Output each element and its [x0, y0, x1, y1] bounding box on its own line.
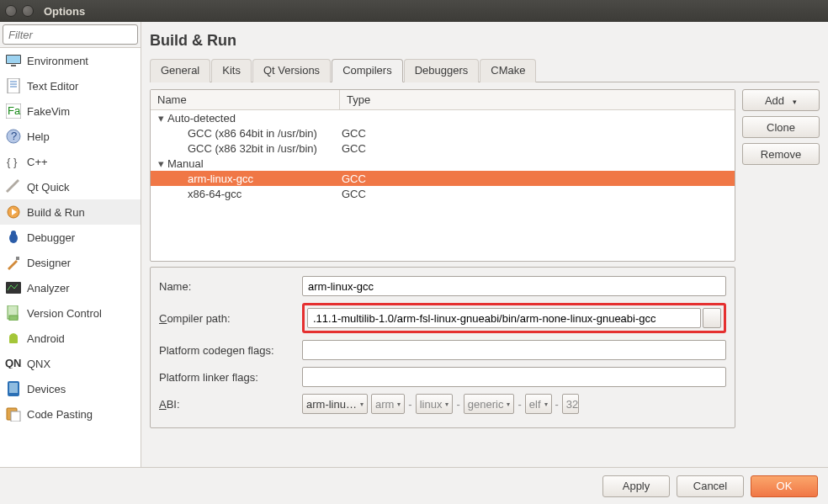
- codegen-flags-input[interactable]: [302, 340, 726, 360]
- tabs: General Kits Qt Versions Compilers Debug…: [150, 58, 820, 82]
- compiler-path-input[interactable]: [307, 308, 701, 328]
- document-icon: [5, 77, 22, 94]
- minimize-button[interactable]: [22, 5, 34, 17]
- tab-qt-versions[interactable]: Qt Versions: [252, 59, 331, 82]
- panel-right: Add Clone Remove: [742, 89, 820, 467]
- tree-header: Name Type: [151, 90, 735, 110]
- sidebar-item-label: Analyzer: [27, 282, 70, 294]
- close-button[interactable]: [5, 5, 17, 17]
- abi-main-select[interactable]: arm-linu…: [302, 394, 368, 414]
- add-button[interactable]: Add: [742, 89, 820, 111]
- dash: -: [518, 398, 521, 411]
- browse-button[interactable]: [703, 308, 721, 328]
- content-area: Environment Text Editor Fa FakeVim ? Hel…: [0, 22, 828, 504]
- body: Environment Text Editor Fa FakeVim ? Hel…: [0, 22, 828, 467]
- dash: -: [555, 398, 559, 411]
- expand-icon[interactable]: ▾: [156, 157, 166, 170]
- paste-icon: [5, 406, 22, 422]
- header-name[interactable]: Name: [151, 90, 340, 109]
- tab-cmake[interactable]: CMake: [480, 59, 536, 82]
- compiler-name: arm-linux-gcc: [166, 172, 337, 185]
- tree-group-manual[interactable]: ▾ Manual: [151, 156, 735, 171]
- tree-group-auto[interactable]: ▾ Auto-detected: [151, 110, 735, 125]
- sidebar-item-code-pasting[interactable]: Code Pasting: [0, 401, 141, 427]
- sidebar-item-analyzer[interactable]: Analyzer: [0, 275, 141, 300]
- window-title: Options: [44, 5, 85, 18]
- cancel-button[interactable]: Cancel: [677, 475, 744, 497]
- compiler-type: GCC: [337, 188, 366, 200]
- remove-button[interactable]: Remove: [742, 143, 820, 165]
- sidebar-item-version-control[interactable]: Version Control: [0, 300, 141, 326]
- bug-icon: [5, 229, 22, 246]
- svg-point-15: [11, 231, 16, 236]
- compiler-name: GCC (x86 64bit in /usr/bin): [166, 127, 337, 140]
- sidebar-item-qtquick[interactable]: Qt Quick: [0, 174, 141, 199]
- sidebar-item-label: Devices: [27, 383, 66, 395]
- abi-flavor-select[interactable]: generic: [464, 394, 515, 414]
- sidebar-item-environment[interactable]: Environment: [0, 48, 141, 73]
- tree-row-selected[interactable]: arm-linux-gcc GCC: [151, 171, 735, 186]
- tab-kits[interactable]: Kits: [211, 59, 252, 82]
- dash: -: [408, 398, 411, 411]
- name-input[interactable]: [302, 276, 726, 296]
- compiler-path-highlight: [302, 303, 726, 333]
- sidebar-item-build-run[interactable]: Build & Run: [0, 199, 141, 225]
- abi-os-select[interactable]: linux: [416, 394, 454, 414]
- sidebar-item-text-editor[interactable]: Text Editor: [0, 73, 141, 98]
- filter-input[interactable]: [3, 24, 138, 45]
- sidebar-item-label: Debugger: [27, 231, 75, 244]
- abi-arch-select[interactable]: arm: [371, 394, 405, 414]
- tree-row[interactable]: GCC (x86 32bit in /usr/bin) GCC: [151, 141, 735, 156]
- compilers-panel: Name Type ▾ Auto-detected GCC (x86 64bit…: [150, 82, 820, 467]
- ok-button[interactable]: OK: [751, 475, 818, 497]
- svg-text:Fa: Fa: [8, 104, 21, 117]
- sidebar-item-debugger[interactable]: Debugger: [0, 225, 141, 250]
- abi-width-select[interactable]: 32: [562, 394, 579, 414]
- sidebar-item-help[interactable]: ? Help: [0, 124, 141, 149]
- compiler-type: GCC: [337, 127, 366, 140]
- apply-button[interactable]: Apply: [602, 475, 670, 497]
- tree-row[interactable]: GCC (x86 64bit in /usr/bin) GCC: [151, 125, 735, 141]
- build-run-icon: [5, 204, 22, 220]
- sidebar-item-devices[interactable]: Devices: [0, 376, 141, 401]
- row-codegen-flags: Platform codegen flags:: [159, 340, 726, 360]
- tree-row[interactable]: x86-64-gcc GCC: [151, 186, 735, 201]
- svg-rect-3: [8, 78, 19, 93]
- tab-compilers[interactable]: Compilers: [332, 59, 403, 82]
- clone-button[interactable]: Clone: [742, 116, 820, 138]
- sidebar-item-label: Help: [27, 130, 50, 143]
- monitor-icon: [5, 52, 22, 69]
- svg-rect-23: [9, 383, 18, 393]
- group-label: Manual: [166, 157, 337, 170]
- abi-label: ABI:: [159, 398, 302, 411]
- svg-rect-16: [16, 257, 19, 260]
- sidebar-item-label: FakeVim: [27, 105, 70, 118]
- compiler-type: GCC: [337, 172, 366, 185]
- help-icon: ?: [5, 128, 22, 145]
- qnx-icon: QNX: [5, 355, 22, 372]
- sidebar-item-qnx[interactable]: QNX QNX: [0, 351, 141, 376]
- panel-left: Name Type ▾ Auto-detected GCC (x86 64bit…: [150, 89, 735, 467]
- svg-rect-25: [11, 411, 20, 422]
- sidebar-item-android[interactable]: Android: [0, 326, 141, 351]
- abi-format-select[interactable]: elf: [525, 394, 552, 414]
- dialog-footer: Apply Cancel OK: [0, 467, 828, 504]
- page-title: Build & Run: [150, 32, 820, 50]
- sidebar-item-label: Designer: [27, 257, 71, 269]
- sidebar-item-cpp[interactable]: { } C++: [0, 149, 141, 174]
- compiler-path-label: Compiler path:: [159, 312, 302, 325]
- device-icon: [5, 380, 22, 397]
- sidebar-item-label: Android: [27, 332, 65, 345]
- sidebar-item-designer[interactable]: Designer: [0, 250, 141, 275]
- linker-flags-input[interactable]: [302, 367, 726, 387]
- expand-icon[interactable]: ▾: [156, 112, 166, 125]
- tab-debuggers[interactable]: Debuggers: [404, 59, 480, 82]
- sidebar-item-label: Code Pasting: [27, 408, 93, 421]
- sidebar-item-fakevim[interactable]: Fa FakeVim: [0, 98, 141, 124]
- svg-text:{ }: { }: [7, 156, 18, 168]
- compiler-tree[interactable]: Name Type ▾ Auto-detected GCC (x86 64bit…: [150, 89, 735, 262]
- titlebar: Options: [0, 0, 828, 22]
- analyzer-icon: [5, 279, 22, 296]
- tab-general[interactable]: General: [150, 59, 210, 82]
- header-type[interactable]: Type: [340, 90, 377, 109]
